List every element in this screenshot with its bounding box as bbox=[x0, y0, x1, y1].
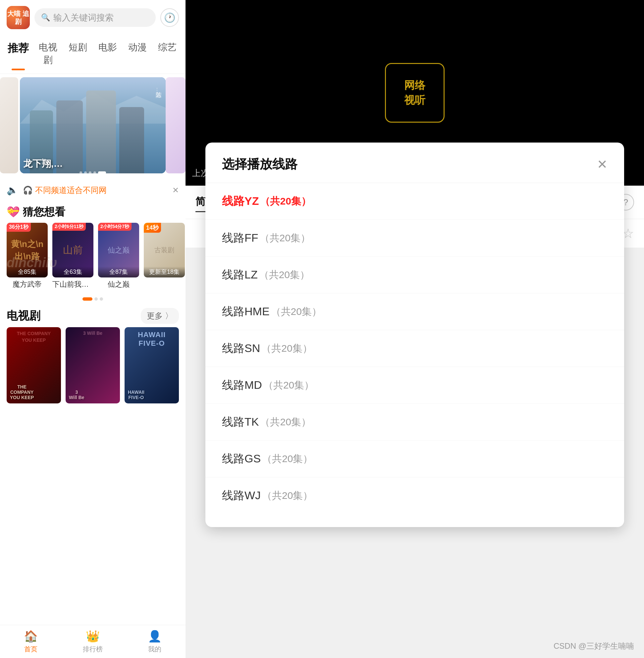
rec-thumb-3: 仙之巅 全87集 2小时54分7秒 bbox=[98, 223, 139, 278]
route-item-8[interactable]: 线路GS （共20集） bbox=[205, 441, 624, 477]
drama-list: THE COMPANYYOU KEEP THECOMPANYYOU KEEP 3… bbox=[0, 327, 185, 403]
route-name-6: 线路MD bbox=[222, 377, 262, 393]
search-icon: 🔍 bbox=[41, 13, 50, 22]
overlay-title: 选择播放线路 bbox=[222, 156, 298, 173]
rec-thumb-2: 山前 全63集 2小时6分11秒 bbox=[52, 223, 93, 278]
drama-item-3[interactable]: HAWAIIFIVE-O HAWAIIFIVE-O bbox=[124, 327, 179, 403]
route-item-1[interactable]: 线路YZ （共20集） bbox=[205, 183, 624, 220]
csdn-watermark: CSDN @三好学生喃喃 bbox=[554, 641, 634, 651]
rec-dot-active bbox=[83, 297, 92, 301]
route-name-5: 线路SN bbox=[222, 341, 260, 356]
nav-ranking[interactable]: 👑 排行榜 bbox=[62, 630, 124, 654]
right-panel: 网络视听 上次播放至：14秒 继续播放 简介 讨论 弹 ? ☆ 选择播放线路 ✕ bbox=[185, 0, 644, 658]
rec-pagination-dots bbox=[0, 297, 185, 301]
drama-item-2[interactable]: 3 Will Be 3Will Be bbox=[66, 327, 120, 403]
rec-name-2: 下山前我就… bbox=[52, 280, 93, 289]
route-name-8: 线路GS bbox=[222, 451, 261, 466]
rec-item-3[interactable]: 仙之巅 全87集 2小时54分7秒 仙之巅 bbox=[98, 223, 139, 289]
rec-section-title: 💝 猜您想看 bbox=[0, 200, 185, 223]
route-item-6[interactable]: 线路MD （共20集） bbox=[205, 367, 624, 404]
route-name-4: 线路HME bbox=[222, 304, 270, 319]
tab-recommend[interactable]: 推荐 bbox=[3, 39, 33, 69]
nav-profile-label: 我的 bbox=[148, 645, 161, 654]
tv-section-title: 电视剧 bbox=[7, 308, 40, 324]
tab-movie[interactable]: 电影 bbox=[93, 39, 122, 69]
route-name-3: 线路LZ bbox=[222, 267, 258, 282]
tab-tv[interactable]: 电视剧 bbox=[33, 39, 63, 69]
search-bar[interactable]: 🔍 输入关键词搜索 bbox=[34, 8, 156, 27]
rec-count-2: 全63集 bbox=[52, 266, 93, 278]
rec-thumb-4: 古装剧 更新至18集 14秒 bbox=[144, 223, 185, 278]
banner-left-peek bbox=[0, 77, 18, 173]
search-placeholder-text: 输入关键词搜索 bbox=[53, 12, 114, 24]
nav-ranking-label: 排行榜 bbox=[83, 645, 103, 654]
route-sub-4: （共20集） bbox=[271, 305, 322, 319]
left-panel: 大喵 追剧 🔍 输入关键词搜索 🕐 推荐 电视剧 短剧 电影 动漫 综艺 bbox=[0, 0, 185, 658]
profile-icon: 👤 bbox=[148, 630, 162, 643]
banner-side bbox=[166, 77, 185, 173]
banner-main[interactable]: 龙下翔,… 陈若… bbox=[20, 77, 166, 173]
rec-item-4[interactable]: 古装剧 更新至18集 14秒 bbox=[144, 223, 185, 289]
route-name-7: 线路TK bbox=[222, 414, 259, 430]
tv-section-header: 电视剧 更多 〉 bbox=[0, 303, 185, 327]
route-item-5[interactable]: 线路SN （共20集） bbox=[205, 330, 624, 367]
app-logo[interactable]: 大喵 追剧 bbox=[7, 6, 30, 29]
notice-bar: 🔈 🎧 不同频道适合不同网 ✕ bbox=[0, 180, 185, 200]
route-item-7[interactable]: 线路TK （共20集） bbox=[205, 404, 624, 441]
route-name-9: 线路WJ bbox=[222, 488, 261, 503]
drama-thumb-1: THE COMPANYYOU KEEP THECOMPANYYOU KEEP bbox=[7, 327, 61, 403]
tab-anime[interactable]: 动漫 bbox=[122, 39, 153, 69]
tab-short[interactable]: 短剧 bbox=[63, 39, 93, 69]
route-sub-5: （共20集） bbox=[261, 342, 312, 355]
route-name-2: 线路FF bbox=[222, 231, 258, 246]
ranking-icon: 👑 bbox=[86, 630, 100, 643]
banner-side-text: 陈若… bbox=[154, 87, 163, 93]
route-sub-6: （共20集） bbox=[263, 378, 314, 392]
rec-dot-3 bbox=[100, 297, 103, 301]
route-item-9[interactable]: 线路WJ （共20集） bbox=[205, 477, 624, 514]
speaker-icon: 🔈 bbox=[7, 184, 18, 196]
dot-2 bbox=[84, 171, 87, 174]
dot-5-active bbox=[98, 171, 106, 174]
route-item-3[interactable]: 线路LZ （共20集） bbox=[205, 257, 624, 293]
header: 大喵 追剧 🔍 输入关键词搜索 🕐 bbox=[0, 0, 185, 35]
route-sub-8: （共20集） bbox=[262, 452, 313, 466]
more-button[interactable]: 更多 〉 bbox=[141, 308, 179, 324]
rec-item-2[interactable]: 山前 全63集 2小时6分11秒 下山前我就… bbox=[52, 223, 93, 289]
overlay-close-button[interactable]: ✕ bbox=[597, 157, 607, 172]
rec-count-4: 更新至18集 bbox=[144, 266, 185, 278]
history-icon[interactable]: 🕐 bbox=[160, 8, 179, 27]
tab-variety[interactable]: 综艺 bbox=[153, 39, 182, 69]
home-icon: 🏠 bbox=[24, 630, 38, 643]
overlay-header: 选择播放线路 ✕ bbox=[205, 156, 624, 183]
drama-item-1[interactable]: THE COMPANYYOU KEEP THECOMPANYYOU KEEP bbox=[7, 327, 61, 403]
drama-watermark: dinchiiυ bbox=[7, 255, 57, 270]
notice-close-icon[interactable]: ✕ bbox=[172, 185, 179, 195]
banner-dots bbox=[79, 171, 106, 174]
drama-thumb-2: 3 Will Be 3Will Be bbox=[66, 327, 120, 403]
video-logo-box: 网络视听 bbox=[385, 63, 444, 123]
rec-name-3: 仙之巅 bbox=[98, 280, 139, 289]
route-selector-panel: 选择播放线路 ✕ 线路YZ （共20集） 线路FF （共20集） 线路LZ （共… bbox=[205, 142, 624, 527]
dot-1 bbox=[79, 171, 82, 174]
banner-area[interactable]: 龙下翔,… 陈若… bbox=[0, 77, 185, 177]
route-sub-2: （共20集） bbox=[260, 232, 310, 245]
route-item-2[interactable]: 线路FF （共20集） bbox=[205, 220, 624, 257]
video-logo-text: 网络视听 bbox=[404, 78, 426, 108]
rec-badge-3: 2小时54分7秒 bbox=[98, 223, 132, 231]
bottom-nav: 🏠 首页 👑 排行榜 👤 我的 bbox=[0, 625, 185, 658]
dot-4 bbox=[93, 171, 96, 174]
route-sub-3: （共20集） bbox=[259, 268, 310, 282]
route-sub-9: （共20集） bbox=[262, 489, 313, 503]
nav-home[interactable]: 🏠 首页 bbox=[0, 630, 62, 654]
route-sub-7: （共20集） bbox=[260, 415, 311, 429]
route-item-4[interactable]: 线路HME （共20集） bbox=[205, 293, 624, 330]
rec-dot-2 bbox=[94, 297, 98, 301]
banner-bg: 龙下翔,… 陈若… bbox=[20, 77, 166, 173]
nav-tabs: 推荐 电视剧 短剧 电影 动漫 综艺 bbox=[0, 35, 185, 74]
rec-badge-4: 14秒 bbox=[144, 223, 161, 233]
drama-thumb-3: HAWAIIFIVE-O HAWAIIFIVE-O bbox=[124, 327, 179, 403]
nav-profile[interactable]: 👤 我的 bbox=[123, 630, 185, 654]
notice-text: 🎧 不同频道适合不同网 bbox=[23, 185, 168, 196]
rec-badge-2: 2小时6分11秒 bbox=[52, 223, 86, 231]
